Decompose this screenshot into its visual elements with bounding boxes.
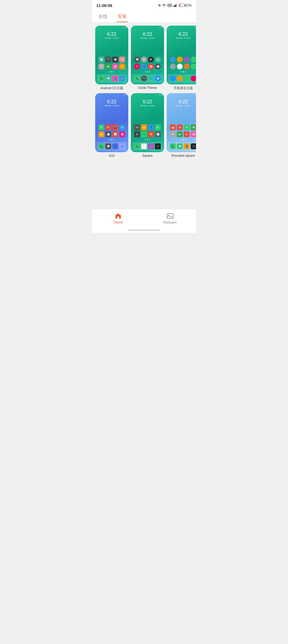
wifi-icon <box>162 4 166 7</box>
battery-icon <box>179 4 185 7</box>
svg-rect-7 <box>167 214 173 218</box>
svg-rect-6 <box>117 217 119 219</box>
nav-wallpaper[interactable]: Wallpaper <box>144 209 196 227</box>
phone-preview-square: 13:16 6:22 Monday , 14 April 16 ▬ 👤 ⬇ ⚙ … <box>131 93 164 152</box>
theme-label-circle: Circle Theme <box>138 86 157 90</box>
theme-card-s10[interactable]: 13:16 6:22 Monday , 14 April ⬇ ✉ 📷 28 📁 … <box>95 93 128 157</box>
nav-wallpaper-label: Wallpaper <box>163 221 177 224</box>
svg-marker-5 <box>115 213 121 215</box>
nav-theme[interactable]: Theme <box>92 209 144 227</box>
status-icons: N HD 12% <box>158 3 192 7</box>
tab-online[interactable]: 在线 <box>97 10 109 22</box>
svg-rect-0 <box>173 6 174 7</box>
phone-preview-native: 13:16 6:22 Monday , 14 April <box>167 26 196 84</box>
empty-space <box>92 161 196 209</box>
status-time: 11:08:06 <box>96 3 112 8</box>
wallpaper-icon <box>166 212 174 220</box>
theme-label-s10: S10 <box>109 154 114 158</box>
nav-theme-label: Theme <box>113 221 123 224</box>
theme-label-android-cc: Android CC主题 <box>100 86 123 91</box>
theme-grid: 13:16 6:22 Monday , 14 April 🕐 📷 🔢 30 ⚙ … <box>92 22 196 161</box>
signal-icon <box>173 4 178 7</box>
theme-label-rounded-square: Rounded square <box>171 154 195 158</box>
phone-preview-rounded-square: 13:16 6:22 Monday , 14 April 📅 30 ⬇ 🔢 ⚙ … <box>167 93 196 152</box>
svg-rect-2 <box>175 4 176 7</box>
bottom-nav: Theme Wallpaper <box>92 209 196 227</box>
svg-rect-3 <box>177 4 177 7</box>
nfc-icon: N <box>158 4 161 7</box>
battery-container: 12% <box>179 3 192 7</box>
home-bar-line <box>128 230 160 231</box>
phone-preview-android-cc: 13:16 6:22 Monday , 14 April 🕐 📷 🔢 30 ⚙ … <box>95 26 128 84</box>
home-bar <box>92 227 196 233</box>
phone-preview-s10: 13:16 6:22 Monday , 14 April ⬇ ✉ 📷 28 📁 … <box>95 93 128 152</box>
theme-card-square[interactable]: 13:16 6:22 Monday , 14 April 16 ▬ 👤 ⬇ ⚙ … <box>131 93 164 157</box>
theme-card-native[interactable]: 13:16 6:22 Monday , 14 April <box>167 26 196 91</box>
theme-card-android-cc[interactable]: 13:16 6:22 Monday , 14 April 🕐 📷 🔢 30 ⚙ … <box>95 26 128 91</box>
status-bar: 11:08:06 N HD 12% <box>92 0 196 10</box>
hd-icon: HD <box>167 4 172 7</box>
theme-card-circle[interactable]: 13:16 6:22 Monday , 14 April 💬 ⚙ ✖ ☁ 19 … <box>131 26 164 91</box>
tabs-bar: 在线 安装 <box>92 10 196 22</box>
phone-preview-circle: 13:16 6:22 Monday , 14 April 💬 ⚙ ✖ ☁ 19 … <box>131 26 164 84</box>
svg-rect-1 <box>174 5 175 7</box>
theme-card-rounded-square[interactable]: 13:16 6:22 Monday , 14 April 📅 30 ⬇ 🔢 ⚙ … <box>167 93 196 157</box>
battery-percent: 12% <box>185 3 192 7</box>
theme-label-native: 手机原生主题 <box>174 86 193 91</box>
theme-icon <box>114 212 122 220</box>
theme-label-square: Square <box>142 154 153 158</box>
tab-installed[interactable]: 安装 <box>117 10 128 22</box>
